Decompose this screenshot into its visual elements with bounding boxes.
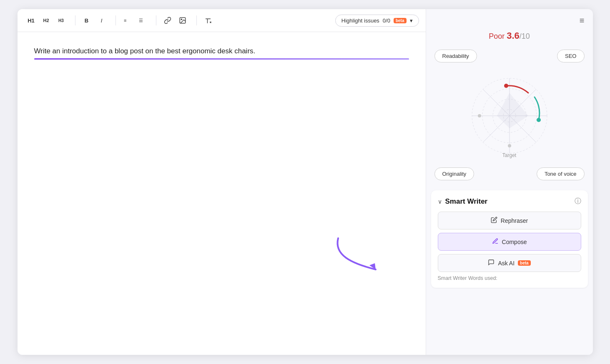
rephraser-button[interactable]: Rephraser [438, 212, 581, 229]
rephraser-label: Rephraser [501, 217, 528, 224]
image-button[interactable] [176, 13, 190, 27]
bottom-metric-row: Originality Tone of voice [426, 166, 593, 187]
format-buttons: B I [80, 13, 109, 27]
svg-point-18 [504, 84, 508, 88]
toolbar: H1 H2 H3 B I [18, 9, 426, 32]
divider-1 [75, 15, 75, 25]
text-underline [34, 58, 409, 60]
smart-writer-title: Smart Writer [445, 197, 488, 206]
editor-panel: H1 H2 H3 B I [18, 9, 426, 355]
divider-3 [156, 15, 156, 25]
ask-ai-button[interactable]: Ask AI beta [438, 254, 581, 272]
highlight-issues-button[interactable]: Highlight issues 0/0 beta ▾ [335, 15, 419, 27]
score-section: Poor 3.6/10 [426, 27, 593, 50]
info-icon[interactable]: ⓘ [575, 197, 581, 206]
italic-icon: I [101, 17, 103, 24]
highlight-count: 0/0 [383, 17, 390, 24]
h3-button[interactable]: H3 [54, 13, 68, 27]
insert-buttons [161, 13, 190, 27]
h2-label: H2 [43, 18, 49, 23]
sidebar-top: ≡ [426, 9, 593, 27]
image-icon [179, 17, 186, 24]
compose-icon [492, 238, 499, 246]
ordered-list-button[interactable]: ≡ [120, 13, 134, 27]
compose-label: Compose [502, 239, 527, 245]
score-label: Poor [489, 32, 507, 40]
smart-writer-chevron-icon[interactable]: ∨ [438, 198, 442, 205]
compose-button[interactable]: Compose [438, 233, 581, 251]
originality-label: Originality [442, 171, 467, 177]
heading-buttons: H1 H2 H3 [24, 13, 68, 27]
editor-text[interactable]: Write an introduction to a blog post on … [34, 45, 409, 60]
smart-writer-title-row: ∨ Smart Writer [438, 197, 488, 206]
highlight-label: Highlight issues [341, 17, 379, 24]
svg-point-3 [181, 19, 182, 20]
link-button[interactable] [161, 13, 175, 27]
ask-ai-icon [488, 259, 495, 267]
ask-ai-beta-badge: beta [518, 260, 531, 266]
svg-point-21 [478, 114, 481, 117]
tone-of-voice-button[interactable]: Tone of voice [537, 167, 585, 180]
radar-chart [464, 70, 555, 162]
bold-button[interactable]: B [80, 13, 94, 27]
smart-writer-footer: Smart Writer Words used: [438, 275, 581, 281]
sidebar: ≡ Poor 3.6/10 Readability SEO [426, 9, 593, 355]
clear-format-icon [204, 17, 212, 24]
chevron-down-icon: ▾ [410, 17, 413, 24]
rephraser-icon [491, 217, 497, 224]
svg-text:≡: ≡ [124, 18, 126, 23]
smart-writer-section: ∨ Smart Writer ⓘ Rephraser [431, 190, 588, 288]
unordered-list-icon: ☰ [139, 17, 146, 24]
list-buttons: ≡ ☰ [120, 13, 149, 27]
seo-label: SEO [565, 53, 576, 59]
svg-point-19 [537, 118, 541, 122]
menu-icon: ≡ [580, 16, 585, 25]
ask-ai-label: Ask AI [498, 260, 515, 267]
h3-label: H3 [58, 18, 64, 23]
link-icon [164, 17, 171, 24]
h1-label: H1 [28, 17, 35, 24]
h2-button[interactable]: H2 [39, 13, 53, 27]
menu-button[interactable]: ≡ [578, 14, 586, 27]
divider-4 [196, 15, 197, 25]
readability-button[interactable]: Readability [434, 50, 477, 62]
svg-marker-17 [497, 93, 528, 128]
tone-of-voice-label: Tone of voice [545, 171, 577, 177]
top-metric-row: Readability SEO [426, 50, 593, 62]
svg-marker-8 [369, 263, 376, 269]
svg-text:☰: ☰ [139, 18, 143, 23]
originality-button[interactable]: Originality [434, 167, 474, 180]
unordered-list-button[interactable]: ☰ [135, 13, 149, 27]
arrow-annotation [326, 230, 401, 280]
h1-button[interactable]: H1 [24, 13, 38, 27]
score-value: 3.6 [507, 30, 520, 41]
clear-format-button[interactable] [201, 13, 215, 27]
beta-badge: beta [394, 18, 407, 23]
score-total: /10 [520, 32, 530, 40]
radar-target-label: Target [502, 152, 516, 158]
readability-label: Readability [442, 53, 469, 59]
italic-button[interactable]: I [95, 13, 109, 27]
editor-content[interactable]: Write an introduction to a blog post on … [18, 32, 426, 355]
smart-writer-header: ∨ Smart Writer ⓘ [438, 197, 581, 206]
divider-2 [115, 15, 116, 25]
bold-icon: B [85, 17, 88, 24]
ordered-list-icon: ≡ [124, 17, 131, 24]
svg-point-20 [508, 144, 511, 147]
editor-text-content: Write an introduction to a blog post on … [34, 45, 409, 57]
seo-button[interactable]: SEO [557, 50, 584, 62]
radar-container: Target [426, 66, 593, 166]
